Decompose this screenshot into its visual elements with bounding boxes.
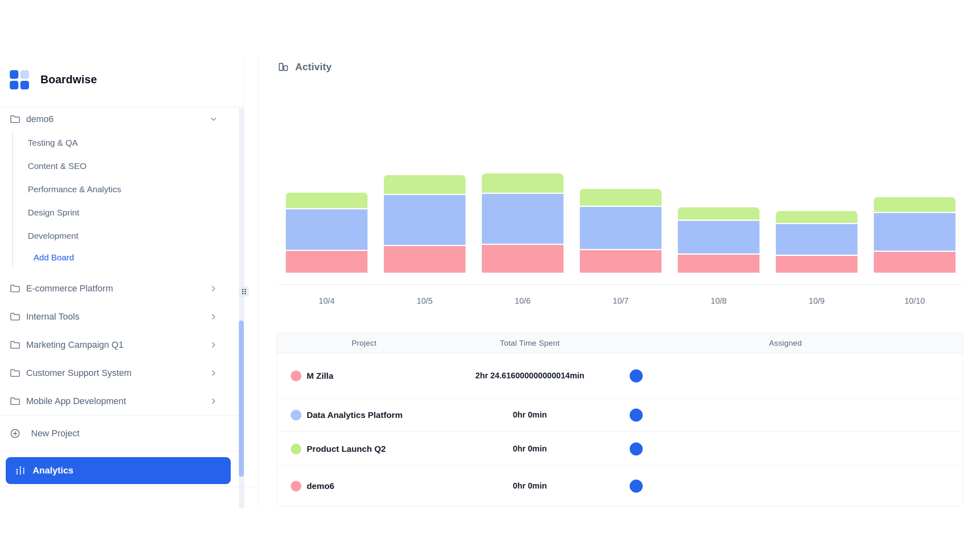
project-cell: M Zilla [277,371,451,381]
periwinkle-segment [384,195,466,245]
periwinkle-segment [776,224,858,255]
sidebar-item-internal-tools[interactable]: Internal Tools [0,302,244,331]
bar-slot-10-5 [376,173,474,273]
table-body: M Zilla2hr 24.616000000000014minData Ana… [277,353,962,506]
project-label: Mobile App Development [26,396,126,407]
project-cell: Product Launch Q2 [277,444,451,454]
table-row-product-launch-q2[interactable]: Product Launch Q20hr 0min [277,432,962,466]
project-cell: demo6 [277,481,451,491]
periwinkle-segment [482,194,564,244]
sidebar-item-e-commerce-platform[interactable]: E-commerce Platform [0,274,244,302]
total-time-value: 0hr 0min [513,480,547,492]
boardwise-app: Boardwise demo6Testing & QAContent & SEO… [0,0,980,551]
assigned-cell [608,369,962,382]
content-border [258,57,258,508]
chevron-right-icon[interactable] [209,369,218,378]
green-segment [286,193,368,208]
periwinkle-segment [580,207,662,249]
board-item-testing-qa[interactable]: Testing & QA [13,131,244,154]
table-row-demo6[interactable]: demo60hr 0min [277,466,962,506]
green-segment [384,175,466,194]
total-time-value: 0hr 0min [513,443,547,455]
assignee-avatar[interactable] [630,480,643,493]
add-board-link[interactable]: Add Board [13,247,244,268]
new-project-button[interactable]: New Project [0,415,244,451]
project-label: Marketing Campaign Q1 [26,340,123,350]
sidebar-item-demo6[interactable]: demo6 [0,107,244,131]
divider [0,451,244,451]
project-label: Customer Support System [26,368,131,378]
time-cell: 0hr 0min [451,409,608,421]
chevron-right-icon[interactable] [209,312,218,321]
logo-square [20,70,29,79]
activity-stacked-bar-chart [278,173,964,273]
table-row-data-analytics-platform[interactable]: Data Analytics Platform0hr 0min [277,398,962,432]
bar-slot-10-7 [572,173,670,273]
stacked-bar-10-6[interactable] [482,173,564,273]
project-name: Product Launch Q2 [307,444,386,454]
project-name: Data Analytics Platform [307,410,403,420]
time-cell: 2hr 24.616000000000014min [451,370,608,382]
sidebar-scrollbar-thumb[interactable] [239,320,244,477]
stacked-bar-10-10[interactable] [874,197,956,273]
table-header-row: Project Total Time Spent Assigned [277,333,962,353]
green-segment [678,207,760,220]
x-tick-label: 10/7 [572,296,670,306]
periwinkle-segment [874,213,956,251]
bar-slot-10-8 [670,173,768,273]
x-axis-labels: 10/410/510/610/710/810/910/10 [278,296,964,306]
bar-slot-10-9 [768,173,866,273]
sidebar-item-analytics[interactable]: Analytics [6,457,231,484]
sidebar: Boardwise demo6Testing & QAContent & SEO… [0,0,244,484]
chevron-down-icon[interactable] [209,115,218,124]
x-tick-label: 10/4 [278,296,376,306]
app-title: Boardwise [40,73,97,86]
pink-segment [580,250,662,273]
sidebar-item-customer-support-system[interactable]: Customer Support System [0,359,244,387]
board-item-design-sprint[interactable]: Design Sprint [13,201,244,224]
stacked-bar-10-9[interactable] [776,211,858,273]
logo-square [10,81,18,89]
stacked-bar-10-5[interactable] [384,175,466,273]
assignee-avatar[interactable] [630,409,643,422]
bar-slot-10-6 [474,173,572,273]
x-tick-label: 10/8 [670,296,768,306]
sidebar-resize-handle[interactable] [239,287,249,297]
chevron-right-icon[interactable] [209,397,218,406]
stacked-bar-10-7[interactable] [580,189,662,273]
green-segment [874,197,956,212]
logo-square [20,81,29,89]
assignee-avatar[interactable] [630,369,643,382]
section-title: Activity [295,61,332,73]
chevron-right-icon[interactable] [209,284,218,293]
boardwise-logo-icon [10,70,29,89]
board-item-development[interactable]: Development [13,224,244,247]
table-row-m-zilla[interactable]: M Zilla2hr 24.616000000000014min [277,353,962,398]
project-name: demo6 [307,481,334,491]
stacked-bar-10-4[interactable] [286,193,368,273]
chevron-right-icon[interactable] [209,340,218,349]
pink-segment [482,245,564,273]
time-spent-table: Project Total Time Spent Assigned M Zill… [276,333,963,506]
pink-segment [776,256,858,273]
x-axis-line [278,284,964,285]
board-item-content-seo[interactable]: Content & SEO [13,154,244,178]
assigned-cell [608,480,962,493]
column-header-total-time: Total Time Spent [451,339,608,348]
sidebar-item-marketing-campaign-q1[interactable]: Marketing Campaign Q1 [0,331,244,359]
x-tick-label: 10/5 [376,296,474,306]
time-cell: 0hr 0min [451,480,608,492]
column-header-assigned: Assigned [608,339,962,348]
project-cell: Data Analytics Platform [277,410,451,420]
assigned-cell [608,442,962,455]
pink-segment [384,246,466,273]
green-segment [482,173,564,193]
project-label: E-commerce Platform [26,283,113,294]
stacked-bar-10-8[interactable] [678,207,760,273]
green-segment [776,211,858,223]
sidebar-item-mobile-app-development[interactable]: Mobile App Development [0,387,244,415]
board-item-performance-analytics[interactable]: Performance & Analytics [13,178,244,201]
folder-icon [10,311,20,322]
assignee-avatar[interactable] [630,442,643,455]
logo-square [10,70,18,79]
